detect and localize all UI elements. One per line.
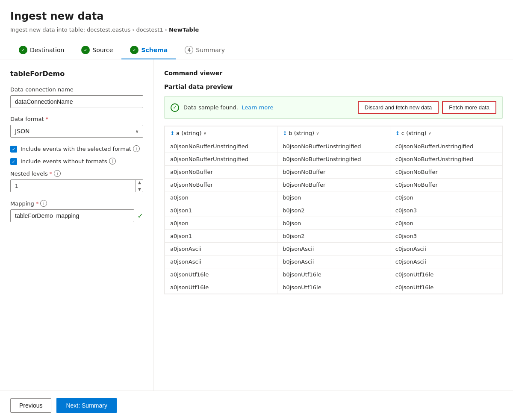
table-cell-11-2: c0jsonUtf16le [390, 281, 502, 294]
table-cell-9-1: b0jsonAscii [277, 256, 390, 268]
sample-found-icon: ✓ [171, 103, 179, 112]
mapping-input[interactable] [10, 209, 134, 222]
checkbox1-label: Include events with the selected format … [21, 145, 143, 152]
nested-levels-info-icon[interactable]: i [54, 170, 61, 177]
table-row: a0jsonb0jsonc0json [165, 217, 502, 230]
table-row: a0jsonNoBufferUnstringifiedb0jsonNoBuffe… [165, 153, 502, 166]
data-table: ↕ a (string) ∨ ↕ b (string) ∨ [165, 126, 502, 294]
checkbox1-info-icon[interactable]: i [133, 145, 140, 152]
mapping-required: * [36, 200, 39, 207]
table-row: a0jsonNoBufferb0jsonNoBufferc0jsonNoBuff… [165, 166, 502, 179]
col-header-c[interactable]: ↕ c (string) ∨ [390, 126, 502, 140]
table-row: a0jsonUtf16leb0jsonUtf16lec0jsonUtf16le [165, 268, 502, 281]
nested-levels-field: Nested levels * i ▲ ▼ [10, 170, 143, 192]
col-c-type-icon: ↕ [395, 130, 400, 136]
table-cell-11-1: b0jsonUtf16le [277, 281, 390, 294]
nested-levels-input[interactable] [10, 179, 143, 192]
nested-levels-required: * [50, 170, 53, 177]
table-row: a0jsonb0jsonc0json [165, 191, 502, 204]
breadcrumb-sep1: › [132, 26, 134, 33]
previous-button[interactable]: Previous [10, 398, 51, 413]
tab-destination-label: Destination [30, 47, 64, 53]
nested-levels-spinners: ▲ ▼ [136, 179, 143, 192]
right-panel: Command viewer Partial data preview ✓ Da… [154, 59, 513, 391]
data-sample-bar: ✓ Data sample found. Learn more Discard … [164, 96, 503, 119]
page-title: Ingest new data [10, 10, 503, 22]
checkbox-events-with-format[interactable]: ✓ Include events with the selected forma… [10, 145, 143, 153]
next-button[interactable]: Next: Summary [56, 398, 116, 413]
nested-levels-up[interactable]: ▲ [136, 179, 143, 186]
discard-fetch-button[interactable]: Discard and fetch new data [358, 101, 439, 114]
footer: Previous Next: Summary [0, 391, 513, 420]
mapping-field: Mapping * i ✓ [10, 200, 143, 222]
data-format-label: Data format * [10, 116, 143, 122]
table-row: a0jsonUtf16leb0jsonUtf16lec0jsonUtf16le [165, 281, 502, 294]
breadcrumb-prefix: Ingest new data into table: [10, 26, 85, 33]
fetch-more-button[interactable]: Fetch more data [442, 101, 496, 114]
table-cell-8-2: c0jsonAscii [390, 243, 502, 256]
table-row: a0jsonAsciib0jsonAsciic0jsonAscii [165, 243, 502, 256]
page-container: Ingest new data Ingest new data into tab… [0, 0, 513, 420]
col-b-type-icon: ↕ [283, 130, 287, 136]
table-cell-6-2: c0json [390, 217, 502, 230]
table-cell-8-1: b0jsonAscii [277, 243, 390, 256]
table-cell-0-2: c0jsonNoBufferUnstringified [390, 140, 502, 153]
tab-schema-label: Schema [141, 47, 168, 53]
connection-name-input[interactable] [10, 95, 143, 108]
data-format-select[interactable]: JSON [10, 125, 143, 138]
tab-destination[interactable]: ✓ Destination [10, 41, 73, 59]
table-cell-1-1: b0jsonNoBufferUnstringified [277, 153, 390, 166]
table-cell-4-2: c0json [390, 191, 502, 204]
nested-levels-down[interactable]: ▼ [136, 186, 143, 193]
connection-name-label: Data connection name [10, 86, 143, 93]
panel-title: tableForDemo [10, 70, 143, 78]
tab-summary[interactable]: 4 Summary [176, 41, 233, 59]
source-check-icon: ✓ [81, 46, 90, 54]
table-cell-9-0: a0jsonAscii [165, 256, 277, 268]
table-body: a0jsonNoBufferUnstringifiedb0jsonNoBuffe… [165, 140, 502, 294]
table-cell-10-2: c0jsonUtf16le [390, 268, 502, 281]
tab-source-label: Source [92, 47, 113, 53]
destination-check-icon: ✓ [19, 46, 27, 54]
table-cell-1-0: a0jsonNoBufferUnstringified [165, 153, 277, 166]
table-cell-1-2: c0jsonNoBufferUnstringified [390, 153, 502, 166]
col-a-type-icon: ↕ [170, 130, 174, 136]
table-cell-3-0: a0jsonNoBuffer [165, 179, 277, 191]
table-cell-7-2: c0json3 [390, 230, 502, 243]
breadcrumb-table: NewTable [169, 26, 199, 33]
table-cell-4-0: a0json [165, 191, 277, 204]
col-c-label: c (string) [401, 130, 427, 136]
table-row: a0jsonAsciib0jsonAsciic0jsonAscii [165, 256, 502, 268]
data-format-required: * [46, 116, 49, 122]
checkbox2-box: ✓ [10, 158, 17, 165]
col-a-chevron: ∨ [203, 131, 206, 135]
col-header-b[interactable]: ↕ b (string) ∨ [277, 126, 390, 140]
mapping-info-icon[interactable]: i [40, 200, 47, 207]
mapping-valid-icon: ✓ [138, 212, 143, 220]
table-row: a0jsonNoBufferb0jsonNoBufferc0jsonNoBuff… [165, 179, 502, 191]
table-cell-6-0: a0json [165, 217, 277, 230]
table-cell-10-0: a0jsonUtf16le [165, 268, 277, 281]
table-header: ↕ a (string) ∨ ↕ b (string) ∨ [165, 126, 502, 140]
summary-number-icon: 4 [185, 46, 193, 54]
table-cell-4-1: b0json [277, 191, 390, 204]
nested-levels-input-wrapper: ▲ ▼ [10, 179, 143, 192]
table-row: a0json1b0json2c0json3 [165, 204, 502, 217]
connection-name-field: Data connection name [10, 86, 143, 108]
left-panel: tableForDemo Data connection name Data f… [0, 59, 154, 391]
table-cell-2-2: c0jsonNoBuffer [390, 166, 502, 179]
checkbox-events-without-format[interactable]: ✓ Include events without formats i [10, 158, 143, 165]
table-cell-7-1: b0json2 [277, 230, 390, 243]
tab-schema[interactable]: ✓ Schema [121, 41, 176, 59]
table-cell-6-1: b0json [277, 217, 390, 230]
checkbox2-info-icon[interactable]: i [109, 158, 116, 164]
table-row: a0json1b0json2c0json3 [165, 230, 502, 243]
tab-source[interactable]: ✓ Source [73, 41, 121, 59]
table-cell-5-0: a0json1 [165, 204, 277, 217]
learn-more-link[interactable]: Learn more [242, 104, 273, 111]
header: Ingest new data Ingest new data into tab… [0, 0, 513, 41]
col-header-a[interactable]: ↕ a (string) ∨ [165, 126, 277, 140]
data-format-field: Data format * JSON [10, 116, 143, 138]
table-cell-5-2: c0json3 [390, 204, 502, 217]
data-format-select-wrapper: JSON [10, 125, 143, 138]
